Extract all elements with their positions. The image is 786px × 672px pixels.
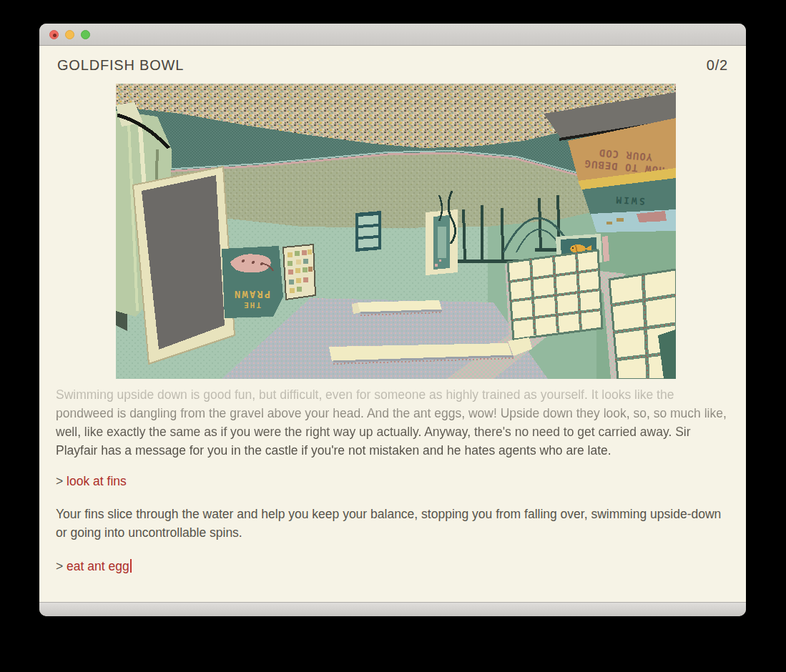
command-history-line: > look at fins <box>56 472 727 490</box>
prompt-chevron: > <box>56 474 63 488</box>
window-titlebar <box>39 24 746 46</box>
game-title: GOLDFISH BOWL <box>57 57 184 74</box>
blackboard-frame <box>133 167 235 364</box>
close-button[interactable] <box>49 30 59 39</box>
close-dot-icon <box>53 34 57 37</box>
noticeboard <box>283 244 315 300</box>
text-cursor <box>130 559 132 573</box>
app-window: GOLDFISH BOWL 0/2 <box>39 24 746 616</box>
command-input-line[interactable]: > eat ant egg <box>56 557 727 575</box>
score-indicator: 0/2 <box>707 57 728 74</box>
center-window <box>355 211 381 252</box>
traffic-lights <box>49 30 90 39</box>
book2-spine-text: SWIM <box>614 194 645 207</box>
story-paragraph: Your fins slice through the water and he… <box>56 505 727 542</box>
command-input-text: eat ant egg <box>67 559 129 573</box>
window-footer-bar <box>39 602 746 616</box>
prawn-poster: THE PRAWN <box>222 246 283 318</box>
poster-text-1: THE <box>242 300 261 310</box>
zoom-button[interactable] <box>81 30 90 39</box>
game-header: GOLDFISH BOWL 0/2 <box>57 57 728 74</box>
minimize-button[interactable] <box>65 30 74 39</box>
scene-image: HOW TO DEBUG YOUR COD SWIM <box>116 84 676 379</box>
scene-svg: HOW TO DEBUG YOUR COD SWIM <box>116 84 676 379</box>
prompt-chevron: > <box>56 559 63 573</box>
story-paragraph: Swimming upside down is good fun, but di… <box>56 385 727 460</box>
right-window-1 <box>505 250 602 340</box>
game-transcript: Swimming upside down is good fun, but di… <box>56 385 727 590</box>
command-text: look at fins <box>67 474 127 488</box>
poster-text-2: PRAWN <box>233 289 270 300</box>
